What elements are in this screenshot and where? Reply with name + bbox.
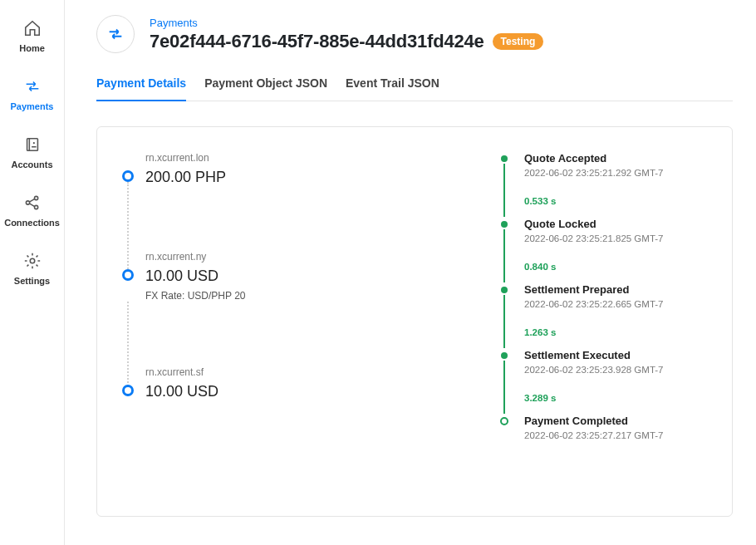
flow-host: rn.xcurrent.sf xyxy=(145,366,484,378)
timeline-step: Settlement Prepared 2022-06-02 23:25:22.… xyxy=(516,283,709,337)
step-dot-icon xyxy=(501,221,508,228)
flow-host: rn.xcurrent.lon xyxy=(145,152,484,164)
step-connector xyxy=(503,229,505,282)
sidebar: Home Payments Accounts Connections Setti… xyxy=(0,0,65,545)
svg-point-1 xyxy=(32,142,34,144)
nav-label: Payments xyxy=(11,101,54,111)
flow-fx-rate: FX Rate: USD/PHP 20 xyxy=(145,290,484,302)
details-card: rn.xcurrent.lon 200.00 PHP rn.xcurrent.n… xyxy=(96,126,733,517)
flow-node: rn.xcurrent.ny 10.00 USD FX Rate: USD/PH… xyxy=(122,251,484,302)
gear-icon xyxy=(22,251,42,271)
breadcrumb[interactable]: Payments xyxy=(150,17,198,29)
mode-badge: Testing xyxy=(493,33,544,50)
step-title: Quote Accepted xyxy=(524,152,709,164)
step-title: Settlement Prepared xyxy=(524,283,709,296)
nav-item-home[interactable]: Home xyxy=(0,18,64,53)
timeline-step: Payment Completed 2022-06-02 23:25:27.21… xyxy=(516,415,709,440)
svg-point-5 xyxy=(30,258,35,263)
node-marker-icon xyxy=(122,385,134,396)
step-duration: 1.263 s xyxy=(524,327,709,337)
flow-amount: 10.00 USD xyxy=(145,268,484,285)
step-dot-icon xyxy=(501,287,508,293)
step-connector xyxy=(503,164,505,217)
step-duration: 0.533 s xyxy=(524,196,709,206)
flow-node: rn.xcurrent.sf 10.00 USD xyxy=(122,366,484,400)
tab-payment-details[interactable]: Payment Details xyxy=(96,68,186,101)
event-timeline: Quote Accepted 2022-06-02 23:25:21.292 G… xyxy=(501,152,709,491)
flow-amount: 10.00 USD xyxy=(145,383,484,400)
step-duration: 3.289 s xyxy=(524,393,709,403)
connections-icon xyxy=(22,193,42,213)
step-dot-icon xyxy=(501,352,508,359)
transfer-icon xyxy=(22,76,42,96)
tab-payment-object-json[interactable]: Payment Object JSON xyxy=(204,68,327,101)
step-connector xyxy=(503,361,505,414)
nav-label: Connections xyxy=(4,218,60,228)
step-connector xyxy=(503,295,505,348)
step-timestamp: 2022-06-02 23:25:22.665 GMT-7 xyxy=(524,299,709,309)
nav-item-accounts[interactable]: Accounts xyxy=(0,135,64,169)
nav-label: Home xyxy=(19,43,45,53)
tabs: Payment Details Payment Object JSON Even… xyxy=(96,68,733,101)
node-marker-icon xyxy=(122,170,134,182)
book-icon xyxy=(22,135,42,155)
flow-node: rn.xcurrent.lon 200.00 PHP xyxy=(122,152,484,186)
flow-amount: 200.00 PHP xyxy=(145,169,484,186)
svg-rect-0 xyxy=(27,139,37,151)
payment-flow: rn.xcurrent.lon 200.00 PHP rn.xcurrent.n… xyxy=(122,152,484,491)
tab-event-trail-json[interactable]: Event Trail JSON xyxy=(346,68,439,101)
nav-label: Settings xyxy=(14,276,50,286)
step-timestamp: 2022-06-02 23:25:27.217 GMT-7 xyxy=(524,430,709,440)
step-dot-final-icon xyxy=(500,417,508,425)
step-timestamp: 2022-06-02 23:25:23.928 GMT-7 xyxy=(524,365,709,375)
nav-item-connections[interactable]: Connections xyxy=(0,193,64,228)
step-dot-icon xyxy=(501,155,508,162)
main-content: Payments 7e02f444-6716-45f7-885e-44dd31f… xyxy=(65,0,756,545)
page-title: 7e02f444-6716-45f7-885e-44dd31fd424e xyxy=(150,31,484,52)
page-header: Payments 7e02f444-6716-45f7-885e-44dd31f… xyxy=(96,15,733,53)
svg-point-3 xyxy=(34,196,37,199)
timeline-step: Settlement Executed 2022-06-02 23:25:23.… xyxy=(516,349,709,403)
step-title: Quote Locked xyxy=(524,218,709,230)
nav-label: Accounts xyxy=(11,160,52,169)
step-title: Settlement Executed xyxy=(524,349,709,361)
flow-host: rn.xcurrent.ny xyxy=(145,251,484,263)
payment-transfer-icon xyxy=(96,15,135,53)
timeline-step: Quote Accepted 2022-06-02 23:25:21.292 G… xyxy=(516,152,709,206)
step-title: Payment Completed xyxy=(524,415,709,427)
node-marker-icon xyxy=(122,269,134,281)
step-timestamp: 2022-06-02 23:25:21.825 GMT-7 xyxy=(524,233,709,243)
step-duration: 0.840 s xyxy=(524,262,709,272)
nav-item-settings[interactable]: Settings xyxy=(0,251,64,286)
svg-point-2 xyxy=(26,201,29,204)
home-icon xyxy=(22,18,42,38)
timeline-step: Quote Locked 2022-06-02 23:25:21.825 GMT… xyxy=(516,218,709,272)
step-timestamp: 2022-06-02 23:25:21.292 GMT-7 xyxy=(524,168,709,178)
svg-point-4 xyxy=(34,205,37,209)
nav-item-payments[interactable]: Payments xyxy=(0,76,64,111)
